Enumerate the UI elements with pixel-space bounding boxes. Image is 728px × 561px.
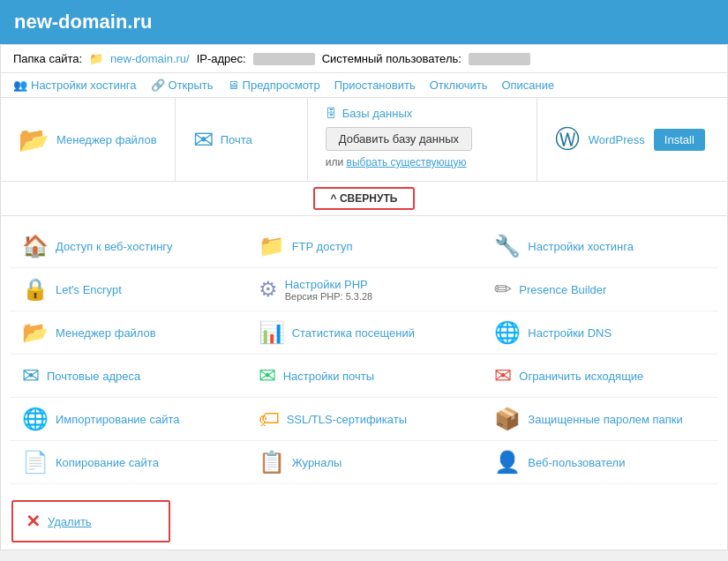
mail-icon: ✉ xyxy=(193,125,214,154)
protected-folders-label: Защищенные паролем папки xyxy=(528,413,682,426)
delete-row[interactable]: ✕ Удалить xyxy=(11,500,170,542)
db-or-text: или выбрать существующую xyxy=(326,156,519,168)
collapse-row: ^ СВЕРНУТЬ xyxy=(1,182,727,216)
php-settings-sub: Версия PHP: 5.3.28 xyxy=(285,291,373,302)
folder-label: Папка сайта: xyxy=(13,52,82,65)
open-link[interactable]: 🔗 Открыть xyxy=(151,79,214,92)
file-manager-icon: 📂 xyxy=(22,320,49,345)
restrict-outgoing-label: Ограничить исходящие xyxy=(519,370,643,383)
info-bar: Папка сайта: 📁 new-domain.ru/ IP-адрес: … xyxy=(1,45,727,73)
file-manager-icon: 📂 xyxy=(19,125,49,154)
visit-stats-icon: 📊 xyxy=(259,320,285,345)
presence-builder-label: Presence Builder xyxy=(519,283,606,296)
db-icon: 🗄 xyxy=(326,107,337,120)
copy-site-label: Копирование сайта xyxy=(56,456,159,469)
hosting-settings-label: Настройки хостинга xyxy=(528,240,634,253)
collapse-button[interactable]: ^ СВЕРНУТЬ xyxy=(313,187,416,210)
grid-item-restrict-outgoing[interactable]: ✉Ограничить исходящие xyxy=(482,355,718,397)
grid-item-web-users[interactable]: 👤Веб-пользователи xyxy=(482,441,718,483)
hosting-settings-link[interactable]: 👥 Настройки хостинга xyxy=(13,79,137,92)
preview-link[interactable]: 🖥 Предпросмотр xyxy=(228,79,320,92)
grid-row-5: 📄Копирование сайта📋Журналы👤Веб-пользоват… xyxy=(10,441,718,484)
wordpress-cell: Ⓦ WordPress Install xyxy=(537,98,727,181)
import-site-icon: 🌐 xyxy=(22,407,49,431)
ip-value xyxy=(253,53,315,65)
ssl-certs-label: SSL/TLS-сертификаты xyxy=(287,413,407,426)
grid-item-hosting-settings[interactable]: 🔧Настройки хостинга xyxy=(482,225,718,267)
sys-user-label: Системный пользователь: xyxy=(322,52,462,65)
dns-settings-label: Настройки DNS xyxy=(528,326,612,340)
grid-row-4: 🌐Импортирование сайта🏷SSL/TLS-сертификат… xyxy=(10,398,718,441)
lets-encrypt-label: Let's Encrypt xyxy=(56,283,122,296)
grid-item-import-site[interactable]: 🌐Импортирование сайта xyxy=(10,398,246,440)
web-users-label: Веб-пользователи xyxy=(528,456,625,469)
delete-icon: ✕ xyxy=(26,511,41,532)
php-settings-icon: ⚙ xyxy=(259,277,278,302)
grid-section: 🏠Доступ к веб-хостингу📁FTP доступ🔧Настро… xyxy=(1,216,727,493)
grid-item-php-settings[interactable]: ⚙Настройки PHPВерсия PHP: 5.3.28 xyxy=(246,268,483,310)
mail-addresses-icon: ✉ xyxy=(22,363,40,388)
grid-item-dns-settings[interactable]: 🌐Настройки DNS xyxy=(482,311,718,354)
domain-link[interactable]: new-domain.ru/ xyxy=(110,52,190,65)
top-mail[interactable]: ✉ Почта xyxy=(176,98,308,181)
grid-row-0: 🏠Доступ к веб-хостингу📁FTP доступ🔧Настро… xyxy=(10,225,718,268)
grid-row-2: 📂Менеджер файлов📊Статистика посещений🌐На… xyxy=(10,311,718,355)
action-bar: 👥 Настройки хостинга 🔗 Открыть 🖥 Предпро… xyxy=(1,73,727,98)
mail-settings-label: Настройки почты xyxy=(283,370,374,383)
visit-stats-label: Статистика посещений xyxy=(292,326,415,340)
preview-icon: 🖥 xyxy=(228,79,239,92)
grid-item-mail-settings[interactable]: ✉Настройки почты xyxy=(246,355,483,397)
grid-row-3: ✉Почтовые адреса✉Настройки почты✉Огранич… xyxy=(10,355,718,398)
folder-icon: 📁 xyxy=(89,52,103,65)
grid-item-file-manager[interactable]: 📂Менеджер файлов xyxy=(10,311,246,354)
page-header: new-domain.ru xyxy=(0,0,728,44)
select-existing-link[interactable]: выбрать существующую xyxy=(347,156,467,168)
db-section: 🗄 Базы данных Добавить базу данных или в… xyxy=(308,98,537,181)
grid-item-protected-folders[interactable]: 📦Защищенные паролем папки xyxy=(482,398,718,440)
protected-folders-icon: 📦 xyxy=(494,407,521,431)
restrict-outgoing-icon: ✉ xyxy=(494,363,512,388)
web-hosting-access-label: Доступ к веб-хостингу xyxy=(56,240,173,253)
mail-addresses-label: Почтовые адреса xyxy=(47,370,140,383)
disable-link[interactable]: Отключить xyxy=(430,79,488,92)
top-icons-row: 📂 Менеджер файлов ✉ Почта 🗄 Базы данных … xyxy=(1,98,727,182)
hosting-settings-icon: 👥 xyxy=(13,79,27,92)
db-title: 🗄 Базы данных xyxy=(326,107,519,120)
open-icon: 🔗 xyxy=(151,79,165,92)
grid-row-1: 🔒Let's Encrypt⚙Настройки PHPВерсия PHP: … xyxy=(10,268,718,311)
wordpress-label: WordPress xyxy=(589,133,645,146)
grid-item-visit-stats[interactable]: 📊Статистика посещений xyxy=(246,311,483,354)
mail-label: Почта xyxy=(221,133,252,146)
php-settings-label: Настройки PHP xyxy=(285,278,373,291)
file-manager-label: Менеджер файлов xyxy=(56,326,156,340)
file-manager-label: Менеджер файлов xyxy=(56,133,157,146)
hosting-settings-icon: 🔧 xyxy=(494,234,521,258)
page-title: new-domain.ru xyxy=(14,11,152,33)
description-link[interactable]: Описание xyxy=(501,79,554,92)
install-button[interactable]: Install xyxy=(654,129,705,151)
top-file-manager[interactable]: 📂 Менеджер файлов xyxy=(1,98,176,181)
ftp-access-label: FTP доступ xyxy=(292,240,353,253)
pause-link[interactable]: Приостановить xyxy=(334,79,416,92)
ssl-certs-icon: 🏷 xyxy=(259,407,280,431)
journals-icon: 📋 xyxy=(259,450,285,475)
mail-settings-icon: ✉ xyxy=(259,363,276,388)
wordpress-icon: Ⓦ xyxy=(555,123,580,156)
presence-builder-icon: ✏ xyxy=(494,277,512,302)
lets-encrypt-icon: 🔒 xyxy=(22,277,49,302)
web-hosting-access-icon: 🏠 xyxy=(22,234,49,258)
grid-item-web-hosting-access[interactable]: 🏠Доступ к веб-хостингу xyxy=(10,225,246,267)
add-db-button[interactable]: Добавить базу данных xyxy=(326,127,472,151)
import-site-label: Импортирование сайта xyxy=(56,413,179,426)
grid-item-copy-site[interactable]: 📄Копирование сайта xyxy=(10,441,246,483)
grid-item-journals[interactable]: 📋Журналы xyxy=(246,441,483,483)
web-users-icon: 👤 xyxy=(494,450,521,475)
grid-item-mail-addresses[interactable]: ✉Почтовые адреса xyxy=(10,355,246,397)
grid-item-ftp-access[interactable]: 📁FTP доступ xyxy=(246,225,483,267)
grid-item-presence-builder[interactable]: ✏Presence Builder xyxy=(482,268,718,310)
sys-user-value xyxy=(469,53,530,65)
grid-item-ssl-certs[interactable]: 🏷SSL/TLS-сертификаты xyxy=(246,398,483,440)
copy-site-icon: 📄 xyxy=(22,450,49,475)
dns-settings-icon: 🌐 xyxy=(494,320,521,345)
grid-item-lets-encrypt[interactable]: 🔒Let's Encrypt xyxy=(10,268,246,310)
